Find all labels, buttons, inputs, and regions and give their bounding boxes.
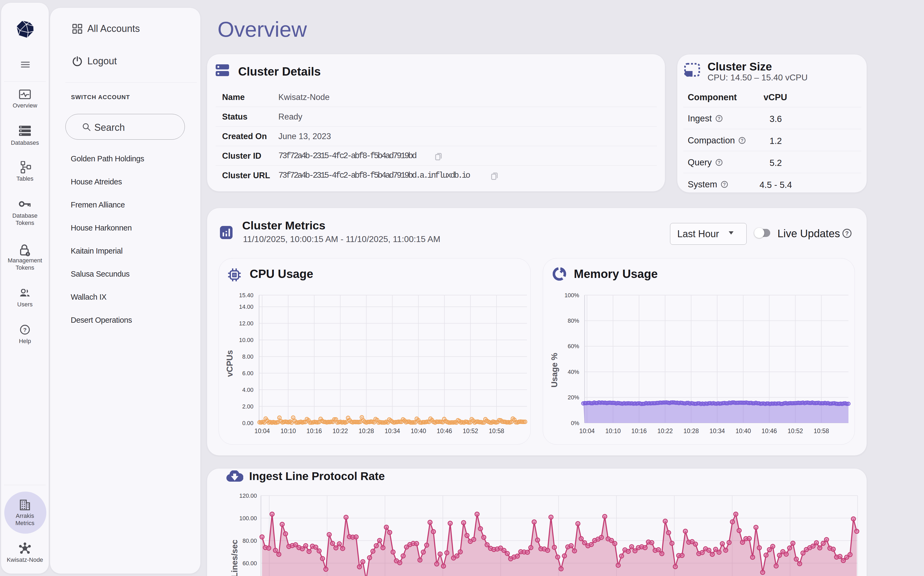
svg-text:10:46: 10:46 <box>762 427 777 435</box>
svg-text:60%: 60% <box>568 343 579 349</box>
svg-text:?: ? <box>23 327 27 333</box>
svg-text:10:40: 10:40 <box>736 427 751 435</box>
svg-text:40%: 40% <box>568 369 579 375</box>
svg-text:2.00: 2.00 <box>242 403 254 410</box>
svg-text:?: ? <box>723 182 726 187</box>
svg-text:15.40: 15.40 <box>239 292 254 299</box>
svg-text:?: ? <box>845 230 849 237</box>
svg-text:10:04: 10:04 <box>579 427 595 435</box>
svg-text:100.00: 100.00 <box>239 515 257 522</box>
svg-text:80%: 80% <box>568 318 579 324</box>
svg-text:10:28: 10:28 <box>683 427 699 435</box>
svg-text:10:10: 10:10 <box>605 427 621 435</box>
svg-text:60.00: 60.00 <box>243 560 257 566</box>
svg-text:10:16: 10:16 <box>306 427 322 435</box>
svg-text:10:58: 10:58 <box>489 427 504 435</box>
svg-text:12.00: 12.00 <box>239 320 254 327</box>
svg-text:10:10: 10:10 <box>281 427 296 435</box>
svg-text:?: ? <box>718 160 720 165</box>
svg-text:14.00: 14.00 <box>239 304 254 310</box>
svg-text:10:16: 10:16 <box>632 427 647 435</box>
svg-text:10:46: 10:46 <box>437 427 452 435</box>
svg-text:80.00: 80.00 <box>243 538 257 544</box>
svg-text:8.00: 8.00 <box>242 354 254 360</box>
svg-text:10:52: 10:52 <box>788 427 803 435</box>
svg-text:Lines/sec: Lines/sec <box>230 539 239 576</box>
svg-text:10:22: 10:22 <box>657 427 673 435</box>
svg-text:10:34: 10:34 <box>709 427 725 435</box>
svg-text:?: ? <box>718 116 720 121</box>
svg-text:vCPUs: vCPUs <box>225 350 235 377</box>
svg-text:10:04: 10:04 <box>254 427 270 435</box>
svg-text:Usage %: Usage % <box>550 353 559 387</box>
svg-text:10:22: 10:22 <box>332 427 348 435</box>
svg-text:6.00: 6.00 <box>242 370 254 377</box>
svg-text:100%: 100% <box>565 292 579 299</box>
svg-text:4.00: 4.00 <box>242 387 254 393</box>
svg-text:10:52: 10:52 <box>463 427 478 435</box>
svg-text:0.00: 0.00 <box>242 420 254 426</box>
svg-text:10:58: 10:58 <box>814 427 829 435</box>
svg-text:0%: 0% <box>571 420 579 426</box>
svg-text:120.00: 120.00 <box>239 493 257 499</box>
svg-text:?: ? <box>741 138 744 143</box>
svg-text:10.00: 10.00 <box>239 337 254 343</box>
svg-text:10:34: 10:34 <box>385 427 400 435</box>
svg-text:10:40: 10:40 <box>411 427 426 435</box>
svg-text:10:28: 10:28 <box>359 427 374 435</box>
svg-text:20%: 20% <box>568 394 579 401</box>
